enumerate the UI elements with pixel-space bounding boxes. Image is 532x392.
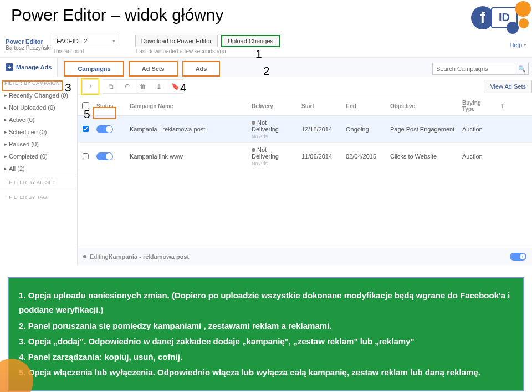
annotation-4: 4 xyxy=(180,81,187,94)
page-title: Power Editor – widok główny xyxy=(0,0,532,33)
account-sub: This account xyxy=(53,48,119,54)
delete-button[interactable]: 🗑 xyxy=(135,79,151,94)
sidebar-item-label: Active (0) xyxy=(9,116,34,123)
editing-label: Editing xyxy=(90,253,109,260)
annotation-box-3 xyxy=(2,80,63,91)
export-button[interactable]: ⤓ xyxy=(151,79,167,94)
buying-type: Auction xyxy=(459,150,498,163)
app-title: Power Editor xyxy=(6,38,47,45)
sidebar-item-completed[interactable]: ▸Completed (0) xyxy=(0,150,77,162)
col-objective[interactable]: Objective xyxy=(387,100,459,113)
table-row[interactable]: Kampania - reklamowa post Not Delivering… xyxy=(78,116,532,143)
table-row[interactable]: Kampania link www Not DeliveringNo Ads 1… xyxy=(78,143,532,170)
info-line-4: 4. Panel zarządzania: kopiuj, usuń, cofn… xyxy=(19,350,513,364)
buying-type: Auction xyxy=(459,123,498,136)
info-line-3: 3. Opcja „dodaj". Odpowiednio w danej za… xyxy=(19,334,513,349)
sidebar-heading-tag[interactable]: FILTER BY TAG xyxy=(9,195,47,200)
status-dot-icon xyxy=(252,121,255,125)
editing-name: Kampania - reklamowa post xyxy=(109,253,190,260)
content-area: + ⧉ ↶ 🗑 ⤓ 🔖 View Ad Sets Status Campaign… xyxy=(78,77,532,265)
sidebar-item-label: Scheduled (0) xyxy=(9,129,47,135)
col-buying-type[interactable]: Buying Type xyxy=(459,96,498,115)
campaign-name: Kampania link www xyxy=(126,150,248,163)
logo-area: f ID xyxy=(471,2,526,33)
annotation-box-5 xyxy=(93,107,116,119)
gear-icon xyxy=(519,18,529,28)
annotation-2: 2 xyxy=(263,64,270,78)
status-bar: Editing Kampania - reklamowa post ! xyxy=(78,248,532,265)
manage-ads-button[interactable]: + Manage Ads xyxy=(0,58,58,77)
search-icon[interactable]: 🔍 xyxy=(515,63,529,75)
status-dot-icon xyxy=(83,255,86,258)
help-menu[interactable]: Help xyxy=(509,42,526,48)
info-line-5: 5. Opcja włączenia lub wyłączenia. Odpow… xyxy=(19,365,513,380)
sidebar-item-scheduled[interactable]: ▸Scheduled (0) xyxy=(0,126,77,138)
col-name[interactable]: Campaign Name xyxy=(126,100,248,113)
delivery-status: Not Delivering xyxy=(252,146,279,160)
start-date: 12/18/2014 xyxy=(298,123,342,136)
sidebar-item-not-uploaded[interactable]: ▸Not Uploaded (0) xyxy=(0,101,77,114)
app-subtitle: Bartosz Paczyński xyxy=(6,45,53,51)
col-end[interactable]: End xyxy=(342,100,387,113)
main-area: FILTER BY CAMPAIGN ▸Recently Changed (0)… xyxy=(0,77,532,265)
annotation-5: 5 xyxy=(84,108,90,121)
toolbar: + ⧉ ↶ 🗑 ⤓ 🔖 View Ad Sets xyxy=(78,77,532,96)
info-box: 1. Opcja uploadu naniesionych zmian. (Do… xyxy=(8,277,524,391)
delivery-sub: No Ads xyxy=(252,161,268,166)
sidebar: FILTER BY CAMPAIGN ▸Recently Changed (0)… xyxy=(0,77,78,265)
manage-ads-label: Manage Ads xyxy=(16,64,52,70)
row-checkbox[interactable] xyxy=(83,153,89,159)
tab-ads[interactable]: Ads xyxy=(182,61,221,77)
sidebar-item-paused[interactable]: ▸Paused (0) xyxy=(0,138,77,150)
sidebar-item-label: Completed (0) xyxy=(9,153,48,160)
sidebar-item-active[interactable]: ▸Active (0) xyxy=(0,114,77,126)
plus-icon: + xyxy=(6,63,13,71)
info-line-2: 2. Panel poruszania się pomiędzy kampani… xyxy=(19,319,513,333)
upload-changes-button[interactable]: Upload Changes xyxy=(221,35,280,47)
info-line-1: 1. Opcja uploadu naniesionych zmian. (Do… xyxy=(19,288,513,318)
top-bar: Power Editor Bartosz Paczyński FACEID - … xyxy=(0,33,532,57)
status-bar-toggle[interactable]: ! xyxy=(510,253,526,261)
account-selector[interactable]: FACEID - 2 xyxy=(53,35,119,47)
table-header: Status Campaign Name Delivery Start End … xyxy=(78,96,532,116)
col-delivery[interactable]: Delivery xyxy=(248,100,298,113)
status-toggle[interactable] xyxy=(96,152,113,160)
tab-ad-sets[interactable]: Ad Sets xyxy=(129,61,178,77)
revert-button[interactable]: ↶ xyxy=(119,79,135,94)
sidebar-item-label: Not Uploaded (0) xyxy=(9,104,55,111)
sidebar-item-label: Paused (0) xyxy=(9,141,39,147)
delivery-sub: No Ads xyxy=(252,134,268,139)
sidebar-heading-adset[interactable]: FILTER BY AD SET xyxy=(9,180,55,185)
status-toggle[interactable] xyxy=(96,125,113,133)
gear-icon xyxy=(507,22,519,34)
col-t[interactable]: T xyxy=(498,100,509,113)
gear-icon xyxy=(515,1,531,17)
sidebar-item-label: All (2) xyxy=(9,165,25,172)
start-date: 11/06/2014 xyxy=(298,150,342,163)
sidebar-item-label: Recently Changed (0) xyxy=(9,92,68,99)
create-button[interactable]: + xyxy=(82,79,99,94)
row-checkbox[interactable] xyxy=(83,126,89,132)
end-date: Ongoing xyxy=(342,123,387,136)
campaign-name: Kampania - reklamowa post xyxy=(126,123,248,136)
view-ad-sets-button[interactable]: View Ad Sets xyxy=(484,80,532,93)
annotation-1: 1 xyxy=(255,47,262,60)
status-dot-icon xyxy=(252,148,255,152)
download-button[interactable]: Download to Power Editor xyxy=(135,35,218,47)
objective: Page Post Engagement xyxy=(387,123,459,136)
search-input[interactable] xyxy=(432,63,515,75)
duplicate-button[interactable]: ⧉ xyxy=(103,79,119,94)
sidebar-item-all[interactable]: ▸All (2) xyxy=(0,162,77,175)
annotation-3: 3 xyxy=(65,81,71,94)
col-start[interactable]: Start xyxy=(298,100,342,113)
delivery-status: Not Delivering xyxy=(252,119,279,133)
account-name: FACEID - 2 xyxy=(57,38,88,44)
tab-campaigns[interactable]: Campaigns xyxy=(64,61,124,77)
end-date: 02/04/2015 xyxy=(342,150,387,163)
objective: Clicks to Website xyxy=(387,150,459,163)
